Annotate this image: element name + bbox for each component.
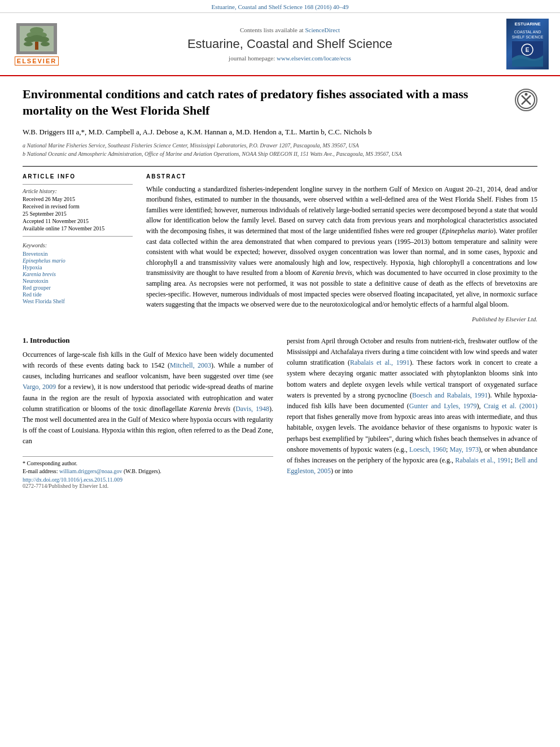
- footnotes: * Corresponding author. E-mail address: …: [23, 456, 273, 489]
- accepted-date: Accepted 11 November 2015: [23, 218, 133, 224]
- keyword-6: Red grouper: [23, 285, 133, 291]
- ref-loesch-1960[interactable]: Loesch, 1960: [409, 445, 446, 453]
- science-direct-line: Contents lists available at ScienceDirec…: [73, 27, 506, 33]
- svg-point-6: [38, 37, 49, 42]
- email-link[interactable]: william.driggers@noaa.gov: [59, 468, 122, 474]
- science-direct-link[interactable]: ScienceDirect: [305, 27, 340, 33]
- affiliations: a National Marine Fisheries Service, Sou…: [23, 141, 537, 158]
- keyword-5: Neurotoxin: [23, 278, 133, 284]
- ref-vargo-2009[interactable]: Vargo, 2009: [23, 383, 56, 391]
- elsevier-logo: ELSEVIER: [11, 23, 62, 65]
- svg-point-8: [24, 42, 33, 46]
- online-date: Available online 17 November 2015: [23, 225, 133, 231]
- keywords-section: Keywords: Brevetoxin Epinephelus mario H…: [23, 242, 133, 304]
- homepage-link[interactable]: www.elsevier.com/locate/ecss: [277, 55, 351, 62]
- svg-point-9: [41, 42, 50, 46]
- ref-may-1973[interactable]: May, 1973: [450, 445, 479, 453]
- ref-rabalais-1991[interactable]: Rabalais et al., 1991: [350, 359, 410, 366]
- abstract-title: ABSTRACT: [146, 173, 537, 180]
- keyword-2: Epinephelus mario: [23, 257, 133, 264]
- keyword-7: Red tide: [23, 291, 133, 298]
- ref-rabalais-1991b[interactable]: Rabalais et al., 1991: [455, 456, 510, 464]
- body-content: 1. Introduction Occurrences of large-sca…: [23, 336, 537, 489]
- journal-header: ELSEVIER Contents lists available at Sci…: [0, 13, 560, 76]
- info-abstract-section: ARTICLE INFO Article history: Received 2…: [23, 166, 537, 322]
- intro-right-text: persist from April through October and r…: [287, 336, 537, 477]
- article-info-panel: ARTICLE INFO Article history: Received 2…: [23, 173, 133, 322]
- keyword-3: Hypoxia: [23, 264, 133, 270]
- article-title-row: Environmental conditions and catch rates…: [23, 86, 537, 119]
- journal-homepage-line: journal homepage: www.elsevier.com/locat…: [73, 55, 506, 62]
- crossmark-badge: [515, 89, 537, 111]
- svg-point-16: [525, 93, 528, 96]
- intro-left-text: Occurrences of large-scale fish kills in…: [23, 350, 273, 447]
- keywords-label: Keywords:: [23, 242, 133, 248]
- ref-boesch-rabalais-1991[interactable]: Boesch and Rabalais, 1991: [412, 391, 488, 399]
- history-box: Article history: Received 26 May 2015 Re…: [23, 184, 133, 237]
- abstract-section: ABSTRACT While conducting a standardized…: [146, 173, 537, 322]
- revised-label: Received in revised form: [23, 203, 133, 209]
- doi-link[interactable]: http://dx.doi.org/10.1016/j.ecss.2015.11…: [23, 477, 273, 483]
- article-title: Environmental conditions and catch rates…: [23, 86, 515, 119]
- intro-section-title: 1. Introduction: [23, 336, 273, 345]
- issn-text: 0272-7714/Published by Elsevier Ltd.: [23, 483, 273, 489]
- affiliation-b: b National Oceanic and Atmospheric Admin…: [23, 150, 537, 158]
- received-date: Received 26 May 2015: [23, 196, 133, 202]
- keyword-4: Karenia brevis: [23, 271, 133, 277]
- svg-rect-7: [35, 42, 38, 50]
- svg-text:E: E: [526, 47, 530, 53]
- body-right-column: persist from April through October and r…: [287, 336, 537, 489]
- footnote-email: E-mail address: william.driggers@noaa.go…: [23, 468, 273, 474]
- ref-mitchell-2003[interactable]: Mitchell, 2003: [170, 361, 211, 369]
- affiliation-a: a National Marine Fisheries Service, Sou…: [23, 141, 537, 150]
- elsevier-tree-icon: [16, 23, 57, 54]
- abstract-text: While conducting a standardized fisherie…: [146, 184, 537, 310]
- main-content: Environmental conditions and catch rates…: [0, 76, 560, 500]
- journal-thumbnail: ESTUARINE COASTAL AND SHELF SCIENCE E: [506, 19, 549, 69]
- journal-center: Contents lists available at ScienceDirec…: [73, 27, 506, 62]
- published-by: Published by Elsevier Ltd.: [146, 316, 537, 322]
- revised-date: 25 September 2015: [23, 211, 133, 217]
- body-left-column: 1. Introduction Occurrences of large-sca…: [23, 336, 273, 489]
- citation-text: Estuarine, Coastal and Shelf Science 168…: [211, 3, 348, 10]
- journal-title: Estuarine, Coastal and Shelf Science: [73, 37, 506, 51]
- journal-citation: Estuarine, Coastal and Shelf Science 168…: [0, 0, 560, 13]
- footnote-corresponding: * Corresponding author.: [23, 460, 273, 466]
- keyword-8: West Florida Shelf: [23, 298, 133, 304]
- ref-gunter-lyles-1979[interactable]: Gunter and Lyles, 1979: [409, 402, 477, 410]
- ref-davis-1948[interactable]: Davis, 1948: [235, 405, 269, 413]
- ref-craig-2001[interactable]: Craig et al. (2001): [484, 402, 537, 410]
- keyword-1: Brevetoxin: [23, 251, 133, 257]
- elsevier-wordmark: ELSEVIER: [15, 56, 59, 65]
- authors-line: W.B. Driggers III a,*, M.D. Campbell a, …: [23, 126, 537, 138]
- article-info-title: ARTICLE INFO: [23, 173, 133, 180]
- history-label: Article history:: [23, 188, 133, 194]
